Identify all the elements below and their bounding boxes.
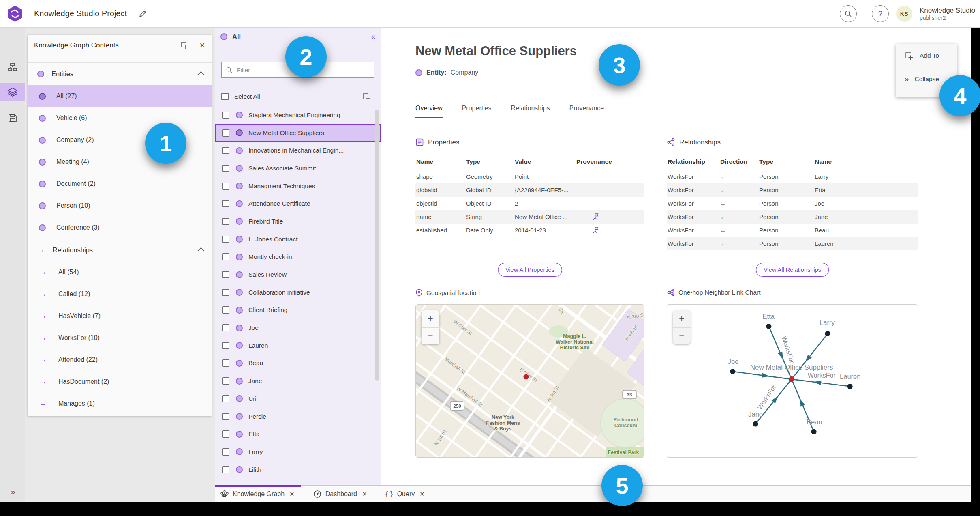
relationship-link[interactable]: WorksFor [667, 224, 719, 237]
entity-type-item[interactable]: All (27) [28, 85, 212, 107]
zoom-in-button[interactable]: + [673, 310, 691, 328]
save-icon[interactable] [0, 109, 25, 127]
list-item[interactable]: Beau [215, 355, 381, 372]
list-item[interactable]: L. Jones Contract [215, 230, 381, 248]
relationship-type-item[interactable]: →Attended (22) [28, 349, 212, 371]
entity-type-item[interactable]: Meeting (4) [28, 151, 212, 173]
item-checkbox[interactable] [222, 218, 229, 225]
related-entity-link[interactable]: Beau [814, 224, 918, 237]
provenance-flag-icon[interactable] [576, 224, 644, 237]
add-to-icon[interactable] [362, 92, 370, 101]
item-checkbox[interactable] [222, 253, 229, 260]
help-icon[interactable]: ? [872, 5, 889, 22]
zoom-out-button[interactable]: − [673, 328, 691, 345]
search-icon[interactable] [840, 5, 857, 22]
item-checkbox[interactable] [222, 413, 229, 420]
item-checkbox[interactable] [222, 200, 229, 207]
list-item[interactable]: Etta [215, 425, 381, 443]
entity-type-item[interactable]: Vehicle (6) [28, 107, 212, 129]
view-all-properties-button[interactable]: View All Properties [498, 263, 562, 277]
add-to-icon[interactable] [180, 41, 188, 49]
add-to-menu-item[interactable]: Add To [896, 44, 957, 67]
relationship-link[interactable]: WorksFor [667, 170, 719, 184]
view-all-relationships-button[interactable]: View All Relationships [756, 263, 829, 277]
list-item[interactable]: Client Briefing [215, 301, 381, 319]
list-item[interactable]: Persie [215, 408, 381, 426]
tab-overview[interactable]: Overview [415, 105, 443, 118]
list-item[interactable]: Firebird Title [215, 213, 381, 230]
relationship-link[interactable]: WorksFor [667, 197, 719, 210]
close-tab-icon[interactable]: ✕ [362, 490, 367, 498]
list-item[interactable]: Lilith [215, 461, 381, 479]
map-card[interactable]: k RdW Clay StSaMarshall StW Marshall StE… [415, 304, 644, 458]
entity-type-item[interactable]: Conference (3) [28, 217, 212, 239]
related-entity-link[interactable]: Joe [814, 197, 918, 210]
select-all-row[interactable]: Select All [221, 88, 374, 105]
list-item[interactable]: Innovations in Mechanical Engin... [215, 142, 381, 159]
item-checkbox[interactable] [222, 112, 229, 119]
item-checkbox[interactable] [222, 430, 229, 438]
avatar[interactable]: KS [896, 6, 912, 22]
item-checkbox[interactable] [222, 306, 229, 314]
relationship-link[interactable]: WorksFor [667, 237, 719, 250]
item-checkbox[interactable] [222, 271, 229, 278]
collapse-panel-icon[interactable]: « [371, 32, 375, 41]
list-item[interactable]: Lauren [215, 337, 381, 355]
list-scrollbar[interactable] [375, 110, 379, 381]
list-item[interactable]: Larry [215, 443, 381, 461]
doc-tab-knowledge-graph[interactable]: Knowledge Graph✕ [220, 490, 295, 498]
item-checkbox[interactable] [222, 147, 229, 154]
expand-rail-icon[interactable]: » [0, 487, 25, 497]
item-checkbox[interactable] [222, 236, 229, 243]
item-checkbox[interactable] [222, 183, 229, 190]
relationship-type-item[interactable]: →WorksFor (10) [28, 327, 212, 349]
relationship-type-item[interactable]: →Called (12) [28, 283, 212, 305]
close-tab-icon[interactable]: ✕ [289, 490, 295, 498]
item-checkbox[interactable] [222, 342, 229, 349]
tab-properties[interactable]: Properties [462, 105, 492, 118]
item-checkbox[interactable] [222, 395, 229, 402]
list-item[interactable]: Montly check-in [215, 248, 381, 266]
related-entity-link[interactable]: Etta [814, 183, 918, 197]
item-checkbox[interactable] [222, 466, 229, 473]
edit-title-icon[interactable] [138, 9, 147, 18]
relationship-type-item[interactable]: →HasVehicle (7) [28, 305, 212, 327]
entity-type-item[interactable]: Document (2) [28, 173, 212, 195]
list-item[interactable]: Attendance Certificate [215, 195, 381, 213]
close-tab-icon[interactable]: ✕ [419, 490, 425, 498]
item-checkbox[interactable] [222, 359, 229, 367]
list-item[interactable]: Collaboration initiative [215, 284, 381, 301]
relationship-type-item[interactable]: →All (54) [28, 261, 212, 283]
relationship-link[interactable]: WorksFor [667, 210, 719, 224]
user-info[interactable]: Knowledge Studio publisher2 [920, 6, 975, 21]
select-all-checkbox[interactable] [221, 93, 229, 100]
related-entity-link[interactable]: Jane [814, 210, 918, 224]
tab-provenance[interactable]: Provenance [569, 105, 604, 118]
layers-icon[interactable] [0, 83, 25, 101]
list-item[interactable]: Sales Review [215, 266, 381, 284]
list-item[interactable]: Uri [215, 390, 381, 408]
relationship-type-item[interactable]: →Manages (1) [28, 393, 212, 415]
entities-section-header[interactable]: Entities [28, 62, 212, 85]
item-checkbox[interactable] [222, 289, 229, 296]
doc-tab-query[interactable]: { }Query✕ [386, 490, 425, 498]
related-entity-link[interactable]: Larry [814, 170, 918, 184]
zoom-out-button[interactable]: − [422, 328, 439, 345]
link-chart-canvas[interactable]: WorksForWorksForWorksForEttaLarryJoeLaur… [667, 305, 918, 457]
doc-tab-dashboard[interactable]: Dashboard✕ [313, 490, 367, 498]
list-item[interactable]: New Metal Office Suppliers [215, 124, 381, 142]
list-item[interactable]: Sales Associate Summit [215, 159, 381, 177]
item-checkbox[interactable] [222, 165, 229, 172]
relationship-link[interactable]: WorksFor [667, 183, 719, 197]
list-item[interactable]: Staplers Mechanical Engineering [215, 106, 381, 124]
item-checkbox[interactable] [222, 324, 229, 331]
list-item[interactable]: Managment Techniques [215, 177, 381, 195]
list-item[interactable]: Jane [215, 372, 381, 390]
item-checkbox[interactable] [222, 448, 229, 456]
link-chart-card[interactable]: WorksForWorksForWorksForEttaLarryJoeLaur… [667, 304, 918, 458]
provenance-flag-icon[interactable] [576, 210, 644, 224]
entity-type-item[interactable]: Person (10) [28, 195, 212, 217]
tab-relationships[interactable]: Relationships [511, 105, 550, 118]
item-checkbox[interactable] [222, 129, 229, 137]
list-item[interactable]: Joe [215, 319, 381, 337]
